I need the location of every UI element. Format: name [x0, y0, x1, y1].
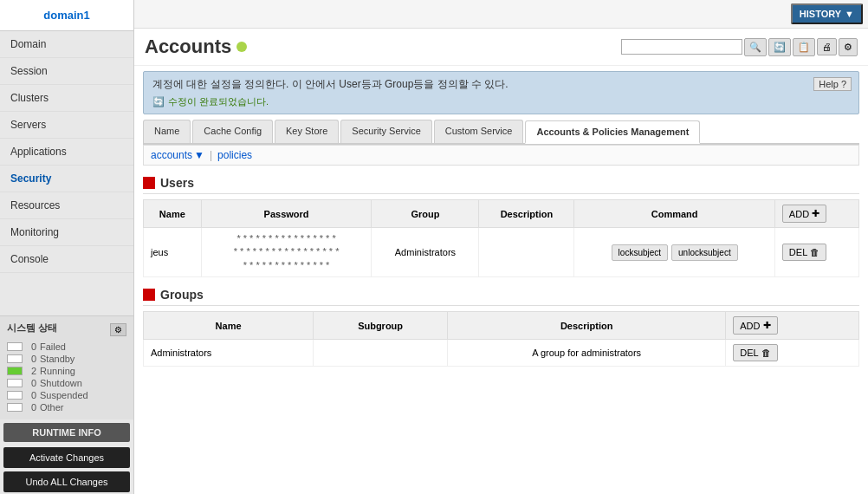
- tab-custom-service[interactable]: Custom Service: [434, 120, 524, 143]
- user-name: jeus: [144, 228, 202, 277]
- sidebar-item-servers[interactable]: Servers: [0, 112, 133, 139]
- groups-icon: [143, 289, 155, 301]
- locksubject-button[interactable]: locksubject: [612, 244, 668, 261]
- failed-label: Failed: [40, 341, 66, 352]
- history-button[interactable]: HISTORY ▼: [791, 3, 863, 24]
- groups-table-header: Name Subgroup Description ADD ✚: [144, 312, 859, 340]
- table-row: jeus * * * * * * * * * * * * * * * * * *…: [144, 228, 859, 277]
- user-del-cell: DEL 🗑: [774, 228, 858, 277]
- groups-section-title: Groups: [143, 288, 859, 306]
- tab-cache-config[interactable]: Cache Config: [192, 120, 273, 143]
- status-failed: 0 Failed: [7, 341, 126, 352]
- sidebar-item-session[interactable]: Session: [0, 58, 133, 85]
- status-other: 0 Other: [7, 402, 126, 413]
- user-del-button[interactable]: DEL 🗑: [782, 244, 826, 261]
- shutdown-label: Shutdown: [40, 378, 82, 388]
- password-line3: * * * * * * * * * * * * * *: [209, 259, 365, 272]
- other-color: [7, 403, 23, 412]
- running-color: [7, 367, 23, 375]
- users-section: Users Name Password Group Description Co…: [143, 176, 859, 277]
- user-password: * * * * * * * * * * * * * * * * * * * * …: [201, 228, 372, 277]
- users-add-button[interactable]: ADD ✚: [782, 205, 826, 223]
- sidebar-domain[interactable]: domain1: [0, 0, 133, 31]
- info-text: 계정에 대한 설정을 정의한다. 이 안에서 User등과 Group등을 정의…: [152, 78, 508, 90]
- password-line1: * * * * * * * * * * * * * * * *: [209, 232, 365, 245]
- sidebar: domain1 Domain Session Clusters Servers …: [0, 0, 134, 494]
- undo-all-changes-button[interactable]: Undo ALL Changes: [3, 471, 130, 492]
- info-success: 🔄 수정이 완료되었습니다.: [152, 95, 850, 108]
- group-subgroup: [314, 340, 448, 367]
- status-shutdown: 0 Shutdown: [7, 378, 126, 388]
- group-del-cell: DEL 🗑: [726, 340, 859, 367]
- groups-add-button[interactable]: ADD ✚: [733, 316, 777, 335]
- search-input[interactable]: [621, 39, 742, 55]
- standby-label: Standby: [40, 354, 74, 364]
- tab-key-store[interactable]: Key Store: [275, 120, 339, 143]
- refresh-icon: 🔄: [152, 96, 165, 107]
- group-del-icon: 🗑: [761, 348, 771, 358]
- users-col-name: Name: [144, 200, 202, 228]
- groups-title-text: Groups: [160, 288, 204, 302]
- add-icon: ✚: [812, 208, 819, 219]
- topbar: HISTORY ▼: [134, 0, 868, 29]
- user-description: [479, 228, 574, 277]
- status-suspended: 0 Suspended: [7, 390, 126, 400]
- users-col-group: Group: [372, 200, 479, 228]
- refresh-button[interactable]: 🔄: [768, 38, 791, 56]
- info-success-text: 수정이 완료되었습니다.: [168, 95, 269, 108]
- sidebar-item-console[interactable]: Console: [0, 246, 133, 273]
- password-line2: * * * * * * * * * * * * * * * * *: [209, 245, 365, 258]
- tab-name[interactable]: Name: [143, 120, 191, 143]
- sidebar-item-monitoring[interactable]: Monitoring: [0, 219, 133, 246]
- group-description: A group for administrators: [448, 340, 726, 367]
- unlocksubject-button[interactable]: unlocksubject: [671, 244, 738, 261]
- users-title-text: Users: [160, 176, 194, 190]
- status-running: 2 Running: [7, 366, 126, 376]
- other-label: Other: [40, 402, 64, 413]
- runtime-info-button[interactable]: RUNTIME INFO: [3, 423, 130, 442]
- sidebar-item-clusters[interactable]: Clusters: [0, 85, 133, 112]
- users-table-header: Name Password Group Description Command …: [144, 200, 859, 228]
- subtab-accounts-arrow: ▼: [194, 149, 204, 161]
- shutdown-color: [7, 379, 23, 387]
- sidebar-item-domain[interactable]: Domain: [0, 31, 133, 58]
- group-del-button[interactable]: DEL 🗑: [733, 344, 777, 361]
- tab-security-service[interactable]: Security Service: [340, 120, 431, 143]
- subtab-policies[interactable]: policies: [217, 149, 252, 161]
- shutdown-count: 0: [26, 378, 36, 388]
- standby-count: 0: [26, 354, 36, 364]
- groups-col-add: ADD ✚: [726, 312, 859, 340]
- group-name: Administrators: [144, 340, 314, 367]
- table-row: Administrators A group for administrator…: [144, 340, 859, 367]
- help-button[interactable]: Help ?: [813, 77, 852, 91]
- system-status-icon[interactable]: ⚙: [110, 323, 126, 336]
- failed-color: [7, 342, 23, 351]
- users-col-description: Description: [479, 200, 574, 228]
- settings-button[interactable]: ⚙: [839, 38, 858, 56]
- activate-changes-button[interactable]: Activate Changes: [3, 447, 130, 468]
- groups-section: Groups Name Subgroup Description ADD ✚: [143, 288, 859, 367]
- suspended-count: 0: [26, 390, 36, 400]
- export-button[interactable]: 📋: [793, 38, 815, 56]
- running-label: Running: [40, 366, 75, 376]
- users-col-password: Password: [201, 200, 372, 228]
- toolbar-icons: 🔍 🔄 📋 🖨 ⚙: [621, 38, 858, 56]
- search-button[interactable]: 🔍: [744, 38, 767, 56]
- groups-col-subgroup: Subgroup: [314, 312, 448, 340]
- standby-color: [7, 354, 23, 363]
- subtab-bar: accounts ▼ | policies: [143, 145, 859, 166]
- failed-count: 0: [26, 341, 36, 352]
- del-icon: 🗑: [810, 247, 819, 257]
- title-status-dot: [236, 42, 247, 52]
- sidebar-item-security[interactable]: Security: [0, 166, 133, 192]
- sidebar-item-resources[interactable]: Resources: [0, 192, 133, 219]
- main-content: HISTORY ▼ Accounts 🔍 🔄 📋 🖨 ⚙ 계정에 대한 설정을 …: [134, 0, 868, 494]
- tab-accounts-policies[interactable]: Accounts & Policies Management: [525, 120, 700, 144]
- subtab-accounts[interactable]: accounts ▼: [151, 149, 204, 161]
- history-label: HISTORY: [800, 9, 841, 19]
- other-count: 0: [26, 402, 36, 413]
- tabs-area: Name Cache Config Key Store Security Ser…: [143, 120, 859, 145]
- user-command: locksubject unlocksubject: [574, 228, 774, 277]
- sidebar-item-applications[interactable]: Applications: [0, 139, 133, 166]
- print-button[interactable]: 🖨: [817, 38, 837, 55]
